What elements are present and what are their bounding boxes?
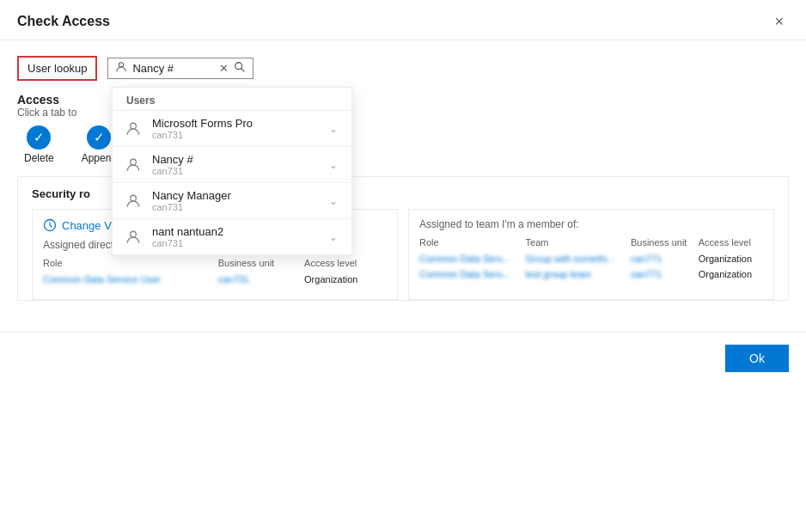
role-cell: Common Data Serv... [419, 251, 526, 266]
access-col-header: Access level [304, 256, 387, 272]
team-assignment-panel: Assigned to team I'm a member of: Role T… [408, 209, 774, 300]
dropdown-list: Microsoft Forms Pro can731 ⌄ N [113, 111, 351, 255]
table-row: Common Data Service User can731 Organiza… [43, 272, 387, 287]
unit-col-header: Business unit [631, 235, 699, 251]
unit-value: can771 [631, 254, 662, 264]
unit-cell: can771 [631, 266, 699, 282]
access-level-cell: Organization [699, 251, 763, 266]
dropdown-header: Users [113, 88, 351, 111]
dropdown-item[interactable]: Microsoft Forms Pro can731 ⌄ [113, 111, 351, 147]
team-col-header: Team [526, 235, 631, 251]
dropdown-item[interactable]: Nancy Manager can731 ⌄ [113, 183, 351, 219]
access-level-cell: Organization [304, 272, 387, 287]
dropdown-item[interactable]: nant nantuan2 can731 ⌄ [113, 219, 351, 255]
top-row: User lookup Nancy # ✕ Users [17, 56, 789, 81]
team-role-table: Role Team Business unit Access level Com… [419, 235, 763, 282]
dropdown-item-sub: can731 [152, 238, 223, 248]
svg-point-3 [131, 123, 137, 129]
lookup-clear-button[interactable]: ✕ [219, 62, 229, 75]
dialog-title: Check Access [17, 14, 110, 29]
unit-cell: can771 [631, 251, 699, 266]
lookup-input-wrap: Nancy # ✕ [107, 58, 253, 79]
check-icon-append: ✓ [87, 125, 111, 150]
svg-line-2 [241, 69, 245, 72]
unit-cell: can731 [218, 272, 304, 287]
ok-button[interactable]: Ok [725, 345, 789, 372]
svg-point-5 [131, 195, 137, 201]
dialog-footer: Ok [0, 332, 806, 386]
lookup-search-button[interactable] [234, 61, 246, 76]
table-row: Common Data Serv... Group with somethi..… [419, 251, 763, 266]
team-value: Group with somethi... [526, 254, 615, 264]
svg-point-4 [131, 159, 137, 165]
team-value: test group team [526, 269, 591, 279]
chevron-down-icon: ⌄ [329, 195, 338, 207]
user-icon [123, 191, 143, 211]
unit-value: can731 [218, 274, 249, 284]
assigned-team-label: Assigned to team I'm a member of: [419, 218, 763, 230]
direct-role-table: Role Business unit Access level Common D… [43, 256, 387, 287]
user-lookup-button[interactable]: User lookup [17, 56, 97, 81]
check-access-dialog: Check Access × User lookup Nancy # ✕ Use… [0, 0, 806, 532]
dropdown-item-name: nant nantuan2 [152, 225, 223, 238]
user-icon [123, 119, 143, 139]
role-value: Common Data Serv... [419, 254, 510, 264]
user-icon [123, 155, 143, 175]
delete-label: Delete [24, 152, 54, 164]
dropdown-item-sub: can731 [152, 130, 253, 140]
role-cell: Common Data Serv... [419, 266, 526, 282]
svg-point-1 [235, 63, 242, 70]
user-small-icon [115, 61, 127, 76]
close-button[interactable]: × [769, 12, 789, 31]
lookup-value: Nancy # [132, 62, 214, 75]
dialog-header: Check Access × [0, 0, 806, 40]
unit-value: can771 [631, 269, 662, 279]
role-col-header: Role [419, 235, 526, 251]
dropdown-item-sub: can731 [152, 202, 231, 212]
svg-point-0 [119, 63, 124, 67]
access-icon-delete: ✓ Delete [24, 125, 54, 164]
unit-col-header: Business unit [218, 256, 304, 272]
role-cell: Common Data Service User [43, 272, 218, 287]
chevron-down-icon: ⌄ [329, 159, 338, 171]
check-icon-delete: ✓ [27, 125, 51, 150]
dropdown-item-name: Nancy # [152, 153, 193, 166]
users-dropdown: Users Microsoft Forms Pro can731 [112, 87, 352, 256]
team-cell: test group team [526, 266, 631, 282]
dropdown-item-sub: can731 [152, 166, 193, 176]
user-icon [123, 227, 143, 248]
access-col-header: Access level [699, 235, 763, 251]
svg-point-6 [131, 231, 137, 237]
dialog-body: User lookup Nancy # ✕ Users [0, 40, 806, 318]
role-col-header: Role [43, 256, 218, 272]
dropdown-item[interactable]: Nancy # can731 ⌄ [113, 147, 351, 183]
dropdown-item-name: Microsoft Forms Pro [152, 117, 253, 130]
table-row: Common Data Serv... test group team can7… [419, 266, 763, 282]
role-value: Common Data Serv... [419, 269, 510, 279]
team-cell: Group with somethi... [526, 251, 631, 266]
chevron-down-icon: ⌄ [329, 123, 338, 135]
dropdown-item-name: Nancy Manager [152, 189, 231, 202]
role-value: Common Data Service User [43, 274, 161, 284]
chevron-down-icon: ⌄ [329, 231, 338, 243]
access-level-cell: Organization [699, 266, 763, 282]
